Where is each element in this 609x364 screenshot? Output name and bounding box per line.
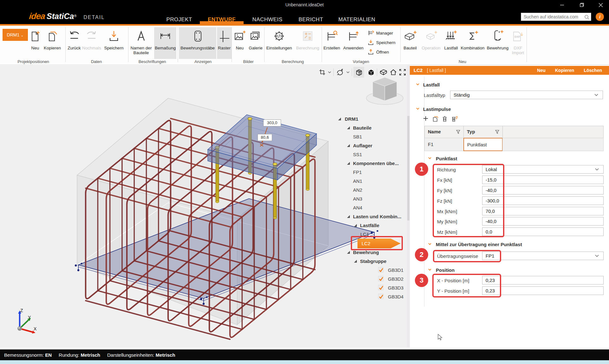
- ribbon-gallery-button[interactable]: Galerie: [247, 27, 264, 50]
- tree-scrollbar[interactable]: [407, 65, 410, 348]
- section-chevron-punktlast[interactable]: [428, 157, 431, 159]
- checkbox-gb3d3[interactable]: [378, 285, 383, 290]
- props-copy-button[interactable]: Kopieren: [555, 68, 574, 73]
- annotation-step-1: 1: [415, 163, 428, 176]
- ribbon-settings-button[interactable]: Einstellungen: [264, 27, 294, 50]
- crop-view-icon[interactable]: [318, 68, 326, 76]
- ribbon-member-names-button[interactable]: Namen der Bauteile: [128, 27, 154, 55]
- tree-item-an4[interactable]: AN4: [353, 204, 362, 211]
- ribbon-new-reinforcement-button[interactable]: Bewehrung: [485, 27, 510, 50]
- status-norm: Bemessungsnorm: EN: [4, 352, 52, 358]
- rotate-dropdown-icon[interactable]: [345, 68, 354, 76]
- viewport-3d[interactable]: 303,0 80,6 Z Y X DRM1 Bauteile SB1 Aufla…: [0, 65, 407, 348]
- ribbon-copy-position-button[interactable]: Kopieren: [43, 27, 62, 50]
- tab-projekt[interactable]: PROJEKT: [165, 16, 193, 24]
- table-header-typ[interactable]: Typ: [463, 126, 503, 138]
- tree-item-lastfaelle[interactable]: Lastfälle: [354, 222, 379, 229]
- ribbon-template-apply-button[interactable]: Anwenden: [342, 27, 365, 50]
- tree-item-drm1[interactable]: DRM1: [338, 115, 358, 122]
- ribbon-rebar-button[interactable]: Bewehrungsstäbe: [179, 27, 216, 59]
- ribbon-template-create-button[interactable]: Erstellen: [322, 27, 342, 50]
- checkbox-gb3d1[interactable]: [378, 267, 383, 272]
- ribbon-new-operation-button[interactable]: Operation: [420, 27, 442, 50]
- ribbon-dxf-import-button[interactable]: DXF DXF Import: [510, 27, 526, 55]
- ribbon-new-member-button[interactable]: Bauteil: [400, 27, 420, 50]
- status-units: Darstellungseinheiten: Metrisch: [107, 352, 175, 358]
- ribbon-save-button[interactable]: Speichern: [102, 27, 126, 50]
- loads-icon: [442, 27, 460, 46]
- tree-item-komponenten[interactable]: Komponenten übe...: [347, 160, 399, 167]
- section-title-uebertragung: Mittel zur Übertragung einer Punktlast: [436, 242, 522, 247]
- tab-entwurf[interactable]: ENTWURF: [200, 16, 244, 24]
- tree-item-bauteile[interactable]: Bauteile: [347, 124, 371, 131]
- wireframe-cube-icon[interactable]: [355, 68, 363, 76]
- section-chevron-lastimpulse[interactable]: [416, 108, 419, 110]
- close-button[interactable]: [596, 2, 605, 8]
- rotate-view-icon[interactable]: [335, 68, 344, 76]
- ribbon-new-loadcase-button[interactable]: Lastfall: [442, 27, 460, 50]
- search-input[interactable]: Suchen auf ideastatica.com: [521, 13, 591, 21]
- table-cell-name[interactable]: F1: [424, 138, 464, 151]
- section-chevron-position[interactable]: [428, 269, 431, 271]
- tree-item-an1[interactable]: AN1: [353, 177, 362, 184]
- home-icon[interactable]: [389, 68, 397, 76]
- annotation-box-position: [432, 274, 501, 297]
- ribbon-new-position-button[interactable]: Neu: [28, 27, 43, 50]
- tree-item-gb3d1[interactable]: GB3D1: [388, 266, 403, 273]
- annotation-box-uebertragung: [433, 250, 501, 262]
- ribbon-dimensions-button[interactable]: Bemaßung: [154, 27, 176, 59]
- ribbon-raster-button[interactable]: Raster: [217, 27, 232, 59]
- tree-item-gb3d4[interactable]: GB3D4: [388, 293, 403, 300]
- crop-dropdown-icon[interactable]: [327, 68, 335, 76]
- delete-impulse-icon[interactable]: [442, 115, 448, 122]
- filter-icon[interactable]: [456, 130, 460, 134]
- fullscreen-icon[interactable]: [398, 68, 407, 76]
- props-new-button[interactable]: Neu: [537, 68, 545, 73]
- tree-item-lasten[interactable]: Lasten und Kombin...: [347, 213, 402, 220]
- clip-box-icon[interactable]: [379, 68, 387, 76]
- dxf-icon: DXF: [510, 27, 526, 46]
- tab-nachweis[interactable]: NACHWEIS: [251, 16, 284, 24]
- tree-item-an2[interactable]: AN2: [353, 186, 362, 193]
- props-delete-button[interactable]: Löschen: [584, 68, 602, 73]
- ribbon-template-manager-button[interactable]: Manager: [367, 29, 393, 36]
- ribbon-redo-button[interactable]: Nochmals: [81, 27, 103, 50]
- ribbon-calculation-button[interactable]: Berechnung: [294, 27, 321, 50]
- title-bar: Unbenannt.ideaDet: [0, 0, 609, 10]
- tree-item-auflager[interactable]: Auflager: [347, 142, 372, 149]
- project-position-dropdown[interactable]: DRM1 ⌄: [3, 29, 28, 41]
- tree-item-ss1[interactable]: SS1: [353, 151, 362, 158]
- lastfalltyp-select[interactable]: Ständig: [450, 91, 603, 99]
- ribbon-image-new-button[interactable]: Neu: [232, 27, 247, 50]
- info-button[interactable]: i: [596, 13, 604, 21]
- section-chevron-uebertragung[interactable]: [428, 243, 431, 245]
- ribbon-template-save-button[interactable]: Speichern: [367, 39, 396, 46]
- checkbox-gb3d4[interactable]: [378, 294, 383, 299]
- add-impulse-icon[interactable]: [422, 115, 429, 122]
- filter-icon[interactable]: [495, 130, 499, 134]
- solid-cube-icon[interactable]: [367, 68, 375, 76]
- tree-item-gb3d2[interactable]: GB3D2: [388, 275, 403, 282]
- checkbox-gb3d2[interactable]: [378, 276, 383, 281]
- ribbon-template-open-button[interactable]: Öffnen: [367, 48, 389, 55]
- table-cell-typ[interactable]: Punktlast: [463, 138, 503, 151]
- delete-all-impulses-icon[interactable]: [451, 115, 458, 122]
- lastimpulse-table: Name Typ F1 Punktlast: [424, 126, 604, 151]
- tab-bericht[interactable]: BERICHT: [295, 16, 327, 24]
- tree-item-sb1[interactable]: SB1: [353, 133, 362, 140]
- section-title-position: Position: [436, 267, 455, 273]
- tree-item-stabgruppe[interactable]: Stabgruppe: [354, 258, 386, 265]
- mouse-cursor: [438, 334, 444, 342]
- section-chevron-lastfall[interactable]: [416, 83, 419, 85]
- tab-materialien[interactable]: MATERIALIEN: [336, 16, 378, 24]
- axis-x-label: X: [34, 326, 36, 331]
- ribbon-new-combination-button[interactable]: Kombination: [460, 27, 485, 50]
- tree-item-fp1[interactable]: FP1: [353, 169, 362, 176]
- restore-button[interactable]: [577, 2, 586, 8]
- minimize-button[interactable]: [557, 2, 567, 8]
- tree-item-an3[interactable]: AN3: [353, 195, 362, 202]
- table-header-name[interactable]: Name: [424, 126, 464, 138]
- annotation-box-punktlast: [433, 164, 504, 237]
- copy-impulse-icon[interactable]: [432, 115, 438, 122]
- tree-item-gb3d3[interactable]: GB3D3: [388, 284, 403, 291]
